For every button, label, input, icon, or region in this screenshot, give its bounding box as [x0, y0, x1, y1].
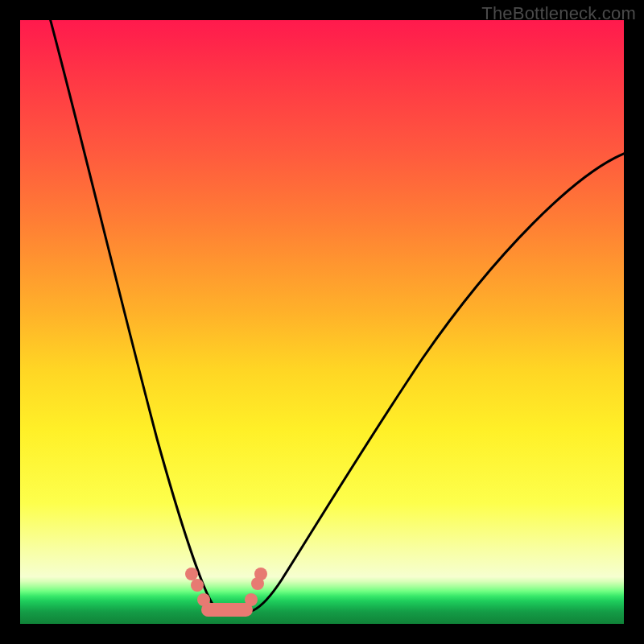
- watermark-text: TheBottleneck.com: [481, 3, 636, 24]
- marker-pill: [201, 603, 253, 617]
- curve-right-branch: [217, 153, 624, 614]
- curve-left-branch: [48, 20, 217, 610]
- chart-overlay: [20, 20, 624, 624]
- marker-dot: [191, 579, 204, 592]
- chart-frame: TheBottleneck.com: [0, 0, 644, 644]
- marker-dot: [197, 593, 210, 606]
- plot-area: [20, 20, 624, 624]
- marker-dot: [245, 593, 258, 606]
- marker-dot: [185, 568, 198, 580]
- marker-dot: [251, 577, 264, 590]
